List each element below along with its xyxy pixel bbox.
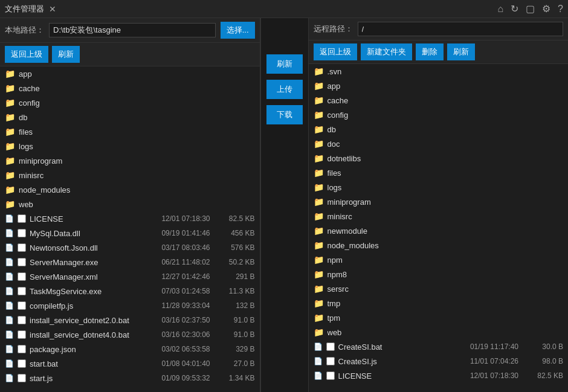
list-item[interactable]: 📄 CreateSI.bat 01/19 11:17:40 30.0 B <box>309 339 569 354</box>
file-checkbox[interactable] <box>18 229 26 237</box>
list-item[interactable]: 📁 config <box>0 95 260 110</box>
list-item[interactable]: 📄 install_service_dotnet2.0.bat 03/16 02… <box>0 313 260 327</box>
close-icon[interactable]: ✕ <box>49 4 56 14</box>
list-item[interactable]: 📁 minisrc <box>0 168 260 182</box>
file-checkbox[interactable] <box>18 272 26 281</box>
list-item[interactable]: 📁 tpm <box>309 310 569 325</box>
file-icon: 📄 <box>314 357 323 365</box>
file-checkbox[interactable] <box>326 342 335 351</box>
folder-name: node_modules <box>328 241 564 250</box>
file-checkbox[interactable] <box>18 287 26 295</box>
file-icon: 📄 <box>5 243 14 252</box>
folder-name: logs <box>19 142 255 151</box>
file-checkbox[interactable] <box>326 357 335 365</box>
list-item[interactable]: 📁 minisrc <box>309 209 569 223</box>
list-item[interactable]: 📁 db <box>0 110 260 124</box>
list-item[interactable]: 📁 logs <box>309 180 569 194</box>
left-back-button[interactable]: 返回上级 <box>5 46 48 63</box>
folder-name: db <box>19 113 255 122</box>
gear-icon[interactable]: ⚙ <box>542 3 550 14</box>
left-path-input[interactable] <box>49 23 216 37</box>
left-refresh-button[interactable]: 刷新 <box>52 46 80 63</box>
list-item[interactable]: 📄 CreateSI.js 11/01 07:04:26 98.0 B <box>309 354 569 368</box>
left-select-button[interactable]: 选择... <box>221 22 255 39</box>
file-name: package.json <box>30 345 135 354</box>
list-item[interactable]: 📁 tmp <box>309 296 569 310</box>
list-item[interactable]: 📄 compiletfp.js 11/28 09:33:04 132 B <box>0 298 260 313</box>
list-item[interactable]: 📁 files <box>0 124 260 139</box>
list-item[interactable]: 📁 node_modules <box>309 238 569 252</box>
folder-icon: 📁 <box>314 139 324 149</box>
list-item[interactable]: 📁 dotnetlibs <box>309 151 569 165</box>
list-item[interactable]: 📄 install_service_dotnet4.0.bat 03/16 02… <box>0 327 260 342</box>
upload-button[interactable]: 上传 <box>266 80 303 99</box>
file-date: 03/16 02:30:06 <box>138 330 210 339</box>
right-path-input[interactable] <box>358 22 564 36</box>
download-button[interactable]: 下载 <box>266 105 303 124</box>
file-checkbox[interactable] <box>18 243 26 252</box>
list-item[interactable]: 📁 cache <box>309 93 569 108</box>
list-item[interactable]: 📁 app <box>309 79 569 93</box>
list-item[interactable]: 📁 sersrc <box>309 281 569 296</box>
list-item[interactable]: 📄 package.json 03/02 06:53:58 329 B <box>0 342 260 356</box>
file-icon: 📄 <box>5 316 14 324</box>
folder-name: files <box>328 169 564 178</box>
refresh-icon[interactable]: ↻ <box>511 3 518 14</box>
list-item[interactable]: 📁 miniprogram <box>309 194 569 209</box>
file-checkbox[interactable] <box>18 330 26 339</box>
list-item[interactable]: 📄 LICENSE 12/01 07:18:30 82.5 KB <box>309 368 569 383</box>
list-item[interactable]: 📁 cache <box>0 81 260 95</box>
list-item[interactable]: 📁 app <box>0 66 260 81</box>
file-size: 91.0 B <box>213 316 255 324</box>
list-item[interactable]: 📁 config <box>309 108 569 122</box>
list-item[interactable]: 📁 newmodule <box>309 223 569 238</box>
list-item[interactable]: 📄 start.js 01/09 09:53:32 1.34 KB <box>0 371 260 385</box>
refresh-button[interactable]: 刷新 <box>266 54 303 74</box>
file-checkbox[interactable] <box>18 214 26 223</box>
list-item[interactable]: 📁 db <box>309 122 569 137</box>
file-checkbox[interactable] <box>18 316 26 324</box>
right-delete-button[interactable]: 删除 <box>416 43 444 60</box>
list-item[interactable]: 📄 TaskMsgService.exe 07/03 01:24:58 11.3… <box>0 284 260 298</box>
file-checkbox[interactable] <box>18 359 26 368</box>
list-item[interactable]: 📄 LICENSE 12/01 07:18:30 82.5 KB <box>0 211 260 226</box>
file-checkbox[interactable] <box>326 371 335 380</box>
folder-icon: 📁 <box>314 95 324 105</box>
file-size: 27.0 B <box>213 359 255 368</box>
folder-name: config <box>328 111 564 120</box>
file-checkbox[interactable] <box>18 258 26 266</box>
home-icon[interactable]: ⌂ <box>497 4 503 14</box>
right-new-folder-button[interactable]: 新建文件夹 <box>361 43 412 60</box>
file-checkbox[interactable] <box>18 345 26 353</box>
list-item[interactable]: 📁 node_modules <box>0 182 260 197</box>
file-checkbox[interactable] <box>18 301 26 310</box>
list-item[interactable]: 📁 npm <box>309 252 569 267</box>
left-file-list: 📁 app 📁 cache 📁 config 📁 db 📁 files 📁 <box>0 66 260 392</box>
file-icon: 📄 <box>5 330 14 339</box>
list-item[interactable]: 📄 Newtonsoft.Json.dll 03/17 08:03:46 576… <box>0 240 260 255</box>
list-item[interactable]: 📄 ServerManager.xml 12/27 01:42:46 291 B <box>0 269 260 284</box>
folder-icon: 📁 <box>314 313 324 323</box>
list-item[interactable]: 📁 miniprogram <box>0 153 260 168</box>
list-item[interactable]: 📁 files <box>309 165 569 180</box>
help-icon[interactable]: ? <box>558 4 563 14</box>
folder-icon: 📁 <box>5 98 15 108</box>
list-item[interactable]: 📁 .svn <box>309 64 569 79</box>
folder-icon: 📁 <box>314 327 324 337</box>
list-item[interactable]: 📁 web <box>309 325 569 339</box>
folder-icon: 📁 <box>314 153 324 163</box>
right-refresh-button[interactable]: 刷新 <box>447 43 475 60</box>
list-item[interactable]: 📁 doc <box>309 137 569 151</box>
list-item[interactable]: 📄 ServerManager.exe 06/21 11:48:02 50.2 … <box>0 255 260 269</box>
list-item[interactable]: 📁 logs <box>0 139 260 153</box>
list-item[interactable]: 📄 MySql.Data.dll 09/19 01:41:46 456 KB <box>0 226 260 240</box>
file-checkbox[interactable] <box>18 374 26 382</box>
folder-icon: 📁 <box>5 127 15 137</box>
list-item[interactable]: 📁 web <box>0 197 260 211</box>
list-item[interactable]: 📁 npm8 <box>309 267 569 281</box>
folder-icon: 📁 <box>314 284 324 294</box>
list-item[interactable]: 📄 start.bat 01/08 04:01:40 27.0 B <box>0 356 260 371</box>
file-date: 12/01 07:18:30 <box>138 214 210 223</box>
right-back-button[interactable]: 返回上级 <box>314 43 357 60</box>
window-icon[interactable]: ▢ <box>526 3 535 14</box>
